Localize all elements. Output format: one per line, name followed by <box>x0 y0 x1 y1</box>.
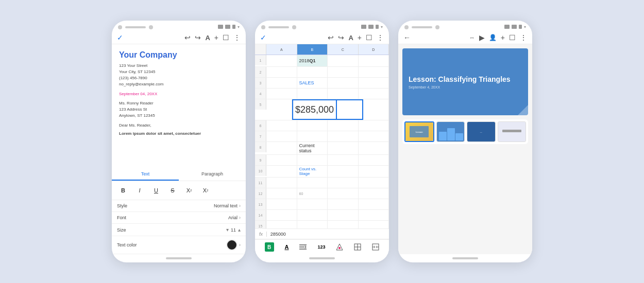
cell-a12[interactable] <box>266 188 297 199</box>
cell-a14[interactable] <box>266 210 297 220</box>
redo-icon[interactable]: ↪ <box>195 33 201 42</box>
cell-d11[interactable] <box>359 178 389 188</box>
more-icon[interactable]: ⋮ <box>377 33 384 42</box>
check-icon[interactable]: ✓ <box>117 33 123 42</box>
fit-icon[interactable]: ↔ <box>469 34 475 41</box>
cell-b3[interactable]: SALES <box>297 78 328 88</box>
cell-c11[interactable] <box>328 178 359 188</box>
size-up-icon[interactable]: ▴ <box>238 227 241 233</box>
cell-d5[interactable] <box>363 99 389 120</box>
cell-a4[interactable] <box>266 89 297 99</box>
col-a[interactable]: A <box>266 44 297 55</box>
align-button[interactable] <box>299 244 307 250</box>
back-icon[interactable]: ← <box>403 33 411 42</box>
cell-c13[interactable] <box>328 199 359 209</box>
italic-button[interactable]: I <box>133 184 146 197</box>
superscript-button[interactable]: X2 <box>183 184 195 197</box>
cell-c8[interactable] <box>328 142 359 154</box>
cell-b8[interactable]: Current status <box>297 142 328 154</box>
cell-c14[interactable] <box>328 210 359 220</box>
font-value[interactable]: Arial › <box>228 215 241 220</box>
subscript-button[interactable]: X2 <box>199 184 212 197</box>
cell-a11[interactable] <box>266 178 297 188</box>
cell-d8[interactable] <box>359 142 389 154</box>
col-b[interactable]: B <box>297 44 328 55</box>
cell-d2[interactable] <box>359 67 389 77</box>
cell-c3[interactable] <box>328 78 359 88</box>
cell-c9[interactable] <box>328 155 359 165</box>
add-icon[interactable]: + <box>501 33 505 42</box>
cell-b14[interactable] <box>297 210 328 220</box>
check-icon[interactable]: ✓ <box>260 33 266 42</box>
more-icon[interactable]: ⋮ <box>520 33 527 42</box>
cell-b5[interactable]: $285,000 <box>292 99 337 120</box>
play-icon[interactable]: ▶ <box>479 33 485 42</box>
cell-a13[interactable] <box>266 199 297 209</box>
cell-a9[interactable] <box>266 155 297 165</box>
cell-c12[interactable] <box>328 188 359 199</box>
cell-a8[interactable] <box>266 142 297 154</box>
cell-a15[interactable] <box>266 221 297 228</box>
redo-icon[interactable]: ↪ <box>338 33 344 42</box>
cell-b7[interactable] <box>297 131 328 142</box>
undo-icon[interactable]: ↩ <box>184 33 191 42</box>
fill-color-button[interactable] <box>336 243 343 251</box>
cell-d1[interactable] <box>359 55 389 66</box>
borders-button[interactable] <box>354 243 361 251</box>
cell-c4[interactable] <box>328 89 359 99</box>
cell-d4[interactable] <box>359 89 389 99</box>
cell-c1[interactable] <box>328 55 359 66</box>
col-d[interactable]: D <box>359 44 389 55</box>
cell-c2[interactable] <box>328 67 359 77</box>
cell-b6[interactable] <box>297 120 328 131</box>
formula-value[interactable]: 285000 <box>270 232 286 237</box>
cell-b9[interactable] <box>297 155 328 165</box>
underline-button[interactable]: U <box>150 184 162 197</box>
comment-icon[interactable]: ☐ <box>223 33 229 42</box>
cell-d3[interactable] <box>359 78 389 88</box>
slide-thumb-1[interactable]: Lesson <box>404 121 434 142</box>
merge-button[interactable] <box>372 243 379 251</box>
add-person-icon[interactable]: 👤 <box>489 34 497 41</box>
strikethrough-button[interactable]: S <box>166 184 179 197</box>
cell-b1[interactable]: 2018 Q1 <box>297 55 328 66</box>
cell-b2[interactable] <box>297 67 328 77</box>
cell-b4[interactable] <box>297 89 328 99</box>
bold-green-button[interactable]: B <box>265 242 274 252</box>
cell-b12[interactable]: 60 <box>297 188 328 199</box>
cell-b10[interactable]: Count vs. Stage <box>297 166 328 177</box>
cell-d13[interactable] <box>359 199 389 209</box>
cell-d6[interactable] <box>359 120 389 131</box>
cell-c5[interactable] <box>337 99 363 120</box>
underline-button[interactable]: A <box>285 244 289 250</box>
slide-thumb-2[interactable] <box>436 121 465 142</box>
cell-a3[interactable] <box>266 78 297 88</box>
slide-thumb-3[interactable]: — <box>467 121 496 142</box>
cell-d10[interactable] <box>359 166 389 177</box>
text-format-icon[interactable]: A <box>205 34 210 42</box>
style-value[interactable]: Normal text › <box>214 203 241 208</box>
cell-a1[interactable] <box>266 55 297 66</box>
col-c[interactable]: C <box>328 44 359 55</box>
comment-icon[interactable]: ☐ <box>366 33 372 42</box>
more-icon[interactable]: ⋮ <box>233 33 241 42</box>
cell-c6[interactable] <box>328 120 359 131</box>
text-color-value[interactable]: › <box>226 239 241 251</box>
tab-paragraph[interactable]: Paragraph <box>179 168 246 181</box>
comment-icon[interactable]: ☐ <box>509 33 516 42</box>
cell-d9[interactable] <box>359 155 389 165</box>
cell-d7[interactable] <box>359 131 389 142</box>
cell-a10[interactable] <box>266 166 297 177</box>
cell-b13[interactable] <box>297 199 328 209</box>
slide-thumb-4[interactable] <box>498 121 527 142</box>
bold-button[interactable]: B <box>117 184 129 197</box>
text-format-icon[interactable]: A <box>348 34 353 42</box>
cell-d12[interactable] <box>359 188 389 199</box>
cell-b11[interactable] <box>297 178 328 188</box>
cell-c15[interactable] <box>328 221 359 228</box>
cell-a5[interactable] <box>266 99 292 120</box>
cell-d14[interactable] <box>359 210 389 220</box>
size-down-icon[interactable]: ▾ <box>226 227 229 233</box>
cell-d15[interactable] <box>359 221 389 228</box>
main-slide[interactable]: Lesson: Classifying Triangles September … <box>402 48 528 115</box>
